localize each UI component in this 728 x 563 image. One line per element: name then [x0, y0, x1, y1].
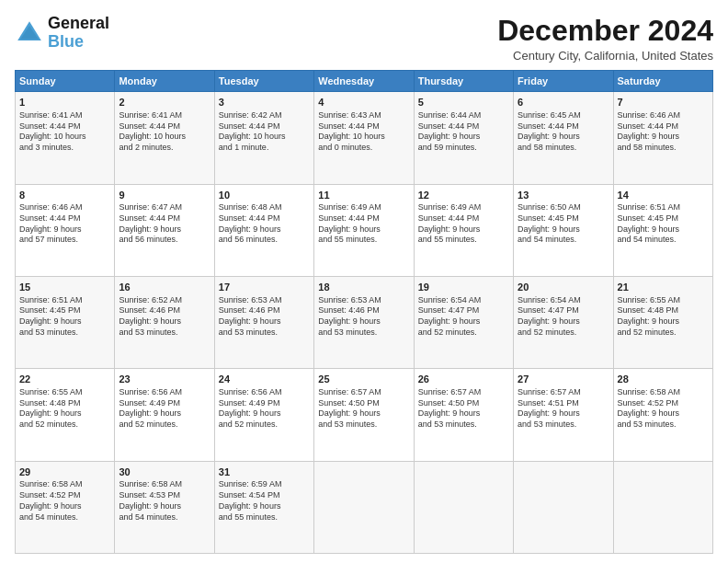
calendar-cell: 2Sunrise: 6:41 AM Sunset: 4:44 PM Daylig…: [115, 92, 214, 184]
calendar-cell: 15Sunrise: 6:51 AM Sunset: 4:45 PM Dayli…: [16, 276, 115, 368]
calendar-cell: 19Sunrise: 6:54 AM Sunset: 4:47 PM Dayli…: [414, 276, 513, 368]
logo-text: General Blue: [48, 15, 109, 52]
header-day-wednesday: Wednesday: [314, 71, 414, 92]
day-detail: Sunrise: 6:57 AM Sunset: 4:51 PM Dayligh…: [518, 387, 609, 431]
calendar-cell: 30Sunrise: 6:58 AM Sunset: 4:53 PM Dayli…: [115, 461, 214, 553]
day-detail: Sunrise: 6:49 AM Sunset: 4:44 PM Dayligh…: [318, 202, 409, 246]
header-day-saturday: Saturday: [613, 71, 712, 92]
day-number: 9: [119, 189, 210, 202]
day-detail: Sunrise: 6:51 AM Sunset: 4:45 PM Dayligh…: [19, 295, 110, 339]
day-number: 4: [318, 96, 409, 109]
calendar-cell: 9Sunrise: 6:47 AM Sunset: 4:44 PM Daylig…: [115, 184, 214, 276]
day-number: 6: [518, 96, 609, 109]
day-detail: Sunrise: 6:43 AM Sunset: 4:44 PM Dayligh…: [318, 110, 409, 154]
day-number: 27: [518, 373, 609, 386]
calendar-cell: 1Sunrise: 6:41 AM Sunset: 4:44 PM Daylig…: [16, 92, 115, 184]
day-number: 19: [418, 281, 509, 294]
calendar-cell: [414, 461, 513, 553]
header-day-friday: Friday: [514, 71, 613, 92]
day-number: 28: [618, 373, 709, 386]
day-number: 22: [19, 373, 110, 386]
day-detail: Sunrise: 6:54 AM Sunset: 4:47 PM Dayligh…: [418, 295, 509, 339]
calendar-cell: 7Sunrise: 6:46 AM Sunset: 4:44 PM Daylig…: [613, 92, 712, 184]
day-detail: Sunrise: 6:53 AM Sunset: 4:46 PM Dayligh…: [318, 295, 409, 339]
day-detail: Sunrise: 6:44 AM Sunset: 4:44 PM Dayligh…: [418, 110, 509, 154]
calendar-cell: 23Sunrise: 6:56 AM Sunset: 4:49 PM Dayli…: [115, 369, 214, 461]
calendar-cell: 25Sunrise: 6:57 AM Sunset: 4:50 PM Dayli…: [314, 369, 414, 461]
day-detail: Sunrise: 6:55 AM Sunset: 4:48 PM Dayligh…: [19, 387, 110, 431]
day-number: 12: [418, 189, 509, 202]
day-detail: Sunrise: 6:47 AM Sunset: 4:44 PM Dayligh…: [119, 202, 210, 246]
page: General Blue December 2024 Century City,…: [0, 0, 728, 563]
day-detail: Sunrise: 6:57 AM Sunset: 4:50 PM Dayligh…: [318, 387, 409, 431]
day-number: 15: [19, 281, 110, 294]
day-detail: Sunrise: 6:42 AM Sunset: 4:44 PM Dayligh…: [219, 110, 310, 154]
day-number: 10: [219, 189, 310, 202]
day-detail: Sunrise: 6:48 AM Sunset: 4:44 PM Dayligh…: [219, 202, 310, 246]
day-detail: Sunrise: 6:58 AM Sunset: 4:52 PM Dayligh…: [19, 479, 110, 523]
week-row-4: 22Sunrise: 6:55 AM Sunset: 4:48 PM Dayli…: [16, 369, 713, 461]
subtitle: Century City, California, United States: [497, 49, 713, 63]
day-number: 21: [618, 281, 709, 294]
logo-icon: [15, 18, 44, 48]
header: General Blue December 2024 Century City,…: [15, 15, 713, 63]
header-day-sunday: Sunday: [16, 71, 115, 92]
week-row-1: 1Sunrise: 6:41 AM Sunset: 4:44 PM Daylig…: [16, 92, 713, 184]
day-number: 25: [318, 373, 409, 386]
calendar-cell: 5Sunrise: 6:44 AM Sunset: 4:44 PM Daylig…: [414, 92, 513, 184]
day-detail: Sunrise: 6:50 AM Sunset: 4:45 PM Dayligh…: [518, 202, 609, 246]
calendar-cell: 12Sunrise: 6:49 AM Sunset: 4:44 PM Dayli…: [414, 184, 513, 276]
calendar-cell: 21Sunrise: 6:55 AM Sunset: 4:48 PM Dayli…: [613, 276, 712, 368]
day-detail: Sunrise: 6:58 AM Sunset: 4:53 PM Dayligh…: [119, 479, 210, 523]
day-number: 29: [19, 465, 110, 479]
title-block: December 2024 Century City, California, …: [497, 15, 713, 63]
main-title: December 2024: [497, 15, 713, 47]
day-detail: Sunrise: 6:45 AM Sunset: 4:44 PM Dayligh…: [518, 110, 609, 154]
day-number: 30: [119, 465, 210, 479]
day-number: 16: [119, 281, 210, 294]
calendar-cell: 11Sunrise: 6:49 AM Sunset: 4:44 PM Dayli…: [314, 184, 414, 276]
day-number: 17: [219, 281, 310, 294]
header-day-thursday: Thursday: [414, 71, 513, 92]
calendar-cell: 29Sunrise: 6:58 AM Sunset: 4:52 PM Dayli…: [16, 461, 115, 553]
day-number: 3: [219, 96, 310, 109]
day-number: 26: [418, 373, 509, 386]
calendar-cell: [514, 461, 613, 553]
week-row-2: 8Sunrise: 6:46 AM Sunset: 4:44 PM Daylig…: [16, 184, 713, 276]
calendar-cell: 20Sunrise: 6:54 AM Sunset: 4:47 PM Dayli…: [514, 276, 613, 368]
day-number: 13: [518, 189, 609, 202]
calendar-cell: 6Sunrise: 6:45 AM Sunset: 4:44 PM Daylig…: [514, 92, 613, 184]
calendar-cell: 24Sunrise: 6:56 AM Sunset: 4:49 PM Dayli…: [214, 369, 313, 461]
day-detail: Sunrise: 6:46 AM Sunset: 4:44 PM Dayligh…: [618, 110, 709, 154]
day-detail: Sunrise: 6:49 AM Sunset: 4:44 PM Dayligh…: [418, 202, 509, 246]
calendar-cell: [314, 461, 414, 553]
day-detail: Sunrise: 6:53 AM Sunset: 4:46 PM Dayligh…: [219, 295, 310, 339]
day-detail: Sunrise: 6:56 AM Sunset: 4:49 PM Dayligh…: [119, 387, 210, 431]
day-number: 2: [119, 96, 210, 109]
day-detail: Sunrise: 6:58 AM Sunset: 4:52 PM Dayligh…: [618, 387, 709, 431]
day-number: 8: [19, 189, 110, 202]
calendar-cell: 16Sunrise: 6:52 AM Sunset: 4:46 PM Dayli…: [115, 276, 214, 368]
day-detail: Sunrise: 6:55 AM Sunset: 4:48 PM Dayligh…: [618, 295, 709, 339]
day-detail: Sunrise: 6:41 AM Sunset: 4:44 PM Dayligh…: [119, 110, 210, 154]
calendar-cell: 13Sunrise: 6:50 AM Sunset: 4:45 PM Dayli…: [514, 184, 613, 276]
day-number: 31: [219, 465, 310, 479]
calendar-cell: 8Sunrise: 6:46 AM Sunset: 4:44 PM Daylig…: [16, 184, 115, 276]
day-number: 5: [418, 96, 509, 109]
calendar-cell: 3Sunrise: 6:42 AM Sunset: 4:44 PM Daylig…: [214, 92, 313, 184]
day-detail: Sunrise: 6:56 AM Sunset: 4:49 PM Dayligh…: [219, 387, 310, 431]
day-number: 7: [618, 96, 709, 109]
calendar-cell: 17Sunrise: 6:53 AM Sunset: 4:46 PM Dayli…: [214, 276, 313, 368]
day-detail: Sunrise: 6:57 AM Sunset: 4:50 PM Dayligh…: [418, 387, 509, 431]
day-detail: Sunrise: 6:46 AM Sunset: 4:44 PM Dayligh…: [19, 202, 110, 246]
day-detail: Sunrise: 6:54 AM Sunset: 4:47 PM Dayligh…: [518, 295, 609, 339]
day-number: 14: [618, 189, 709, 202]
calendar-cell: 14Sunrise: 6:51 AM Sunset: 4:45 PM Dayli…: [613, 184, 712, 276]
header-day-monday: Monday: [115, 71, 214, 92]
day-detail: Sunrise: 6:51 AM Sunset: 4:45 PM Dayligh…: [618, 202, 709, 246]
calendar-cell: 26Sunrise: 6:57 AM Sunset: 4:50 PM Dayli…: [414, 369, 513, 461]
day-number: 11: [318, 189, 409, 202]
day-number: 23: [119, 373, 210, 386]
week-row-5: 29Sunrise: 6:58 AM Sunset: 4:52 PM Dayli…: [16, 461, 713, 553]
day-number: 24: [219, 373, 310, 386]
